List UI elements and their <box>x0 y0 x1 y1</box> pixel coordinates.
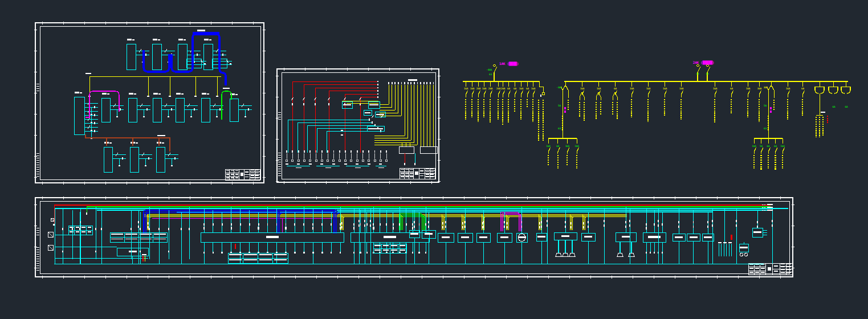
svg-text:16A: 16A <box>713 87 718 90</box>
svg-text:10A: 10A <box>679 87 684 90</box>
svg-text:16A: 16A <box>597 87 601 90</box>
svg-text:16A: 16A <box>546 145 551 148</box>
svg-text:10A: 10A <box>470 87 475 90</box>
svg-text:5A: 5A <box>558 104 561 107</box>
svg-text:6A: 6A <box>514 87 516 90</box>
svg-text:16A: 16A <box>519 87 524 90</box>
svg-text:10A: 10A <box>482 87 487 90</box>
svg-text:10A: 10A <box>574 145 579 148</box>
model-space[interactable]: 1AK (████)-40A6316A10A20A10A20A20A20A6A6… <box>0 0 868 319</box>
svg-text:6A: 6A <box>526 87 529 90</box>
svg-text:6A: 6A <box>833 105 836 108</box>
svg-text:6A: 6A <box>556 145 559 148</box>
sheet-d-diagram[interactable] <box>48 205 788 264</box>
cad-canvas[interactable]: 1AK (████)-40A6316A10A20A10A20A20A20A6A6… <box>0 0 868 319</box>
svg-text:16A: 16A <box>780 145 785 148</box>
svg-text:2AK (█████): 2AK (█████) <box>693 60 715 65</box>
tree-2[interactable]: 63632AK (█████)-30A5A6316A6A16A10A16A16A… <box>546 60 850 170</box>
sheet-b-title-block <box>400 168 435 179</box>
sheet-a-frame <box>34 22 266 185</box>
svg-text:10A: 10A <box>630 87 634 90</box>
svg-text:16A: 16A <box>663 87 667 90</box>
svg-text:63: 63 <box>558 127 561 130</box>
svg-text:6A: 6A <box>845 105 848 108</box>
svg-text:16A: 16A <box>464 87 468 90</box>
svg-text:20A: 20A <box>488 87 493 90</box>
svg-text:-40A: -40A <box>486 68 492 71</box>
svg-text:16A: 16A <box>531 87 536 90</box>
svg-text:10A: 10A <box>752 145 756 148</box>
svg-text:5A: 5A <box>760 145 763 148</box>
svg-text:63: 63 <box>489 73 492 76</box>
svg-text:20A: 20A <box>476 87 481 90</box>
sheet-d-title-block <box>748 263 792 275</box>
sheet-a-diagram[interactable] <box>74 30 252 172</box>
svg-text:16A: 16A <box>646 87 651 90</box>
svg-text:10A: 10A <box>746 87 751 90</box>
svg-text:63: 63 <box>764 127 767 130</box>
svg-text:5A: 5A <box>764 104 767 107</box>
svg-text:16A: 16A <box>786 87 790 90</box>
svg-text:6A: 6A <box>801 87 804 90</box>
svg-text:6A: 6A <box>767 145 770 148</box>
svg-text:63: 63 <box>706 72 709 75</box>
sheet-b-diagram[interactable] <box>286 79 438 168</box>
svg-text:30A: 30A <box>757 87 762 90</box>
svg-text:16A: 16A <box>580 87 585 90</box>
tree-1[interactable]: 1AK (████)-40A6316A10A20A10A20A20A20A6A6… <box>463 62 544 141</box>
sheet-a-title-block <box>225 169 260 180</box>
svg-text:16A: 16A <box>565 145 570 148</box>
svg-text:20A: 20A <box>501 87 506 90</box>
svg-text:6A: 6A <box>614 87 617 90</box>
svg-text:1AK (████): 1AK (████) <box>499 62 519 66</box>
svg-text:6A: 6A <box>507 87 510 90</box>
svg-text:63: 63 <box>696 72 699 75</box>
svg-text:20A: 20A <box>496 87 501 90</box>
svg-text:6A: 6A <box>774 145 777 148</box>
svg-text:6A: 6A <box>730 87 733 90</box>
